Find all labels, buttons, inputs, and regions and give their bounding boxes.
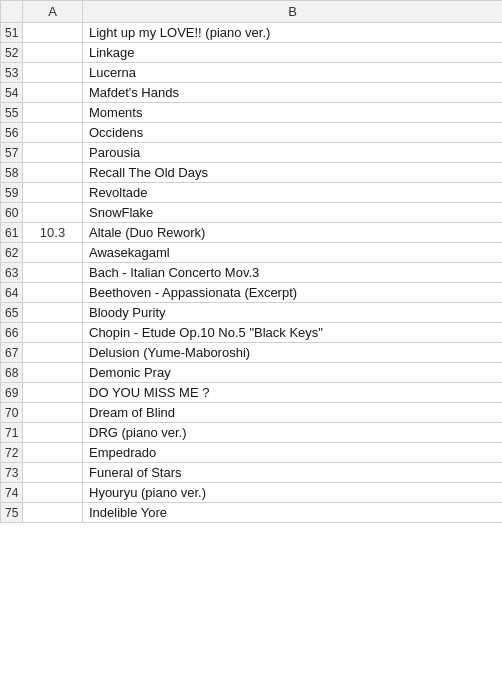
cell-b[interactable]: Bloody Purity bbox=[83, 303, 503, 323]
table-row[interactable]: 64Beethoven - Appassionata (Excerpt) bbox=[1, 283, 503, 303]
cell-b[interactable]: Awasekagaml bbox=[83, 243, 503, 263]
row-number: 63 bbox=[1, 263, 23, 283]
cell-a[interactable]: 10.3 bbox=[23, 223, 83, 243]
table-row[interactable]: 67Delusion (Yume-Maboroshi) bbox=[1, 343, 503, 363]
cell-b[interactable]: Dream of Blind bbox=[83, 403, 503, 423]
cell-b[interactable]: Delusion (Yume-Maboroshi) bbox=[83, 343, 503, 363]
cell-a[interactable] bbox=[23, 263, 83, 283]
corner-header bbox=[1, 1, 23, 23]
cell-a[interactable] bbox=[23, 403, 83, 423]
cell-a[interactable] bbox=[23, 103, 83, 123]
table-row[interactable]: 72Empedrado bbox=[1, 443, 503, 463]
table-row[interactable]: 68Demonic Pray bbox=[1, 363, 503, 383]
cell-b[interactable]: Demonic Pray bbox=[83, 363, 503, 383]
row-number: 72 bbox=[1, 443, 23, 463]
cell-b[interactable]: Empedrado bbox=[83, 443, 503, 463]
cell-a[interactable] bbox=[23, 503, 83, 523]
cell-a[interactable] bbox=[23, 123, 83, 143]
cell-b[interactable]: Funeral of Stars bbox=[83, 463, 503, 483]
cell-a[interactable] bbox=[23, 23, 83, 43]
table-row[interactable]: 51Light up my LOVE!! (piano ver.) bbox=[1, 23, 503, 43]
cell-b[interactable]: Lucerna bbox=[83, 63, 503, 83]
table-row[interactable]: 6110.3Altale (Duo Rework) bbox=[1, 223, 503, 243]
cell-a[interactable] bbox=[23, 163, 83, 183]
row-number: 69 bbox=[1, 383, 23, 403]
table-row[interactable]: 60SnowFlake bbox=[1, 203, 503, 223]
cell-a[interactable] bbox=[23, 243, 83, 263]
table-row[interactable]: 56Occidens bbox=[1, 123, 503, 143]
table-row[interactable]: 71DRG (piano ver.) bbox=[1, 423, 503, 443]
table-row[interactable]: 74Hyouryu (piano ver.) bbox=[1, 483, 503, 503]
table-row[interactable]: 57Parousia bbox=[1, 143, 503, 163]
cell-a[interactable] bbox=[23, 303, 83, 323]
cell-a[interactable] bbox=[23, 323, 83, 343]
row-number: 74 bbox=[1, 483, 23, 503]
cell-a[interactable] bbox=[23, 483, 83, 503]
cell-a[interactable] bbox=[23, 443, 83, 463]
table-row[interactable]: 62Awasekagaml bbox=[1, 243, 503, 263]
row-number: 70 bbox=[1, 403, 23, 423]
table-row[interactable]: 58Recall The Old Days bbox=[1, 163, 503, 183]
cell-a[interactable] bbox=[23, 283, 83, 303]
row-number: 61 bbox=[1, 223, 23, 243]
row-number: 53 bbox=[1, 63, 23, 83]
table-row[interactable]: 69DO YOU MISS ME ? bbox=[1, 383, 503, 403]
row-number: 55 bbox=[1, 103, 23, 123]
cell-b[interactable]: Indelible Yore bbox=[83, 503, 503, 523]
table-row[interactable]: 59Revoltade bbox=[1, 183, 503, 203]
cell-b[interactable]: Occidens bbox=[83, 123, 503, 143]
cell-b[interactable]: Chopin - Etude Op.10 No.5 "Black Keys" bbox=[83, 323, 503, 343]
cell-a[interactable] bbox=[23, 143, 83, 163]
row-number: 66 bbox=[1, 323, 23, 343]
row-number: 60 bbox=[1, 203, 23, 223]
cell-a[interactable] bbox=[23, 343, 83, 363]
cell-b[interactable]: DRG (piano ver.) bbox=[83, 423, 503, 443]
table-row[interactable]: 70Dream of Blind bbox=[1, 403, 503, 423]
cell-a[interactable] bbox=[23, 383, 83, 403]
cell-b[interactable]: Recall The Old Days bbox=[83, 163, 503, 183]
cell-a[interactable] bbox=[23, 83, 83, 103]
row-number: 57 bbox=[1, 143, 23, 163]
row-number: 64 bbox=[1, 283, 23, 303]
table-row[interactable]: 66Chopin - Etude Op.10 No.5 "Black Keys" bbox=[1, 323, 503, 343]
cell-a[interactable] bbox=[23, 463, 83, 483]
cell-a[interactable] bbox=[23, 43, 83, 63]
table-row[interactable]: 52Linkage bbox=[1, 43, 503, 63]
table-row[interactable]: 65Bloody Purity bbox=[1, 303, 503, 323]
cell-b[interactable]: DO YOU MISS ME ? bbox=[83, 383, 503, 403]
cell-a[interactable] bbox=[23, 363, 83, 383]
row-number: 52 bbox=[1, 43, 23, 63]
row-number: 67 bbox=[1, 343, 23, 363]
spreadsheet-table: A B 51Light up my LOVE!! (piano ver.)52L… bbox=[0, 0, 502, 523]
cell-b[interactable]: SnowFlake bbox=[83, 203, 503, 223]
row-number: 68 bbox=[1, 363, 23, 383]
table-row[interactable]: 75Indelible Yore bbox=[1, 503, 503, 523]
cell-a[interactable] bbox=[23, 63, 83, 83]
cell-b[interactable]: Moments bbox=[83, 103, 503, 123]
row-number: 54 bbox=[1, 83, 23, 103]
row-number: 73 bbox=[1, 463, 23, 483]
row-number: 59 bbox=[1, 183, 23, 203]
table-row[interactable]: 73Funeral of Stars bbox=[1, 463, 503, 483]
cell-b[interactable]: Altale (Duo Rework) bbox=[83, 223, 503, 243]
table-row[interactable]: 63Bach - Italian Concerto Mov.3 bbox=[1, 263, 503, 283]
table-row[interactable]: 53Lucerna bbox=[1, 63, 503, 83]
cell-a[interactable] bbox=[23, 183, 83, 203]
cell-b[interactable]: Linkage bbox=[83, 43, 503, 63]
cell-b[interactable]: Parousia bbox=[83, 143, 503, 163]
col-a-header[interactable]: A bbox=[23, 1, 83, 23]
cell-b[interactable]: Light up my LOVE!! (piano ver.) bbox=[83, 23, 503, 43]
cell-b[interactable]: Bach - Italian Concerto Mov.3 bbox=[83, 263, 503, 283]
cell-b[interactable]: Revoltade bbox=[83, 183, 503, 203]
cell-b[interactable]: Hyouryu (piano ver.) bbox=[83, 483, 503, 503]
cell-a[interactable] bbox=[23, 423, 83, 443]
table-row[interactable]: 55Moments bbox=[1, 103, 503, 123]
cell-a[interactable] bbox=[23, 203, 83, 223]
row-number: 58 bbox=[1, 163, 23, 183]
cell-b[interactable]: Beethoven - Appassionata (Excerpt) bbox=[83, 283, 503, 303]
col-b-header[interactable]: B bbox=[83, 1, 503, 23]
table-row[interactable]: 54Mafdet's Hands bbox=[1, 83, 503, 103]
row-number: 65 bbox=[1, 303, 23, 323]
cell-b[interactable]: Mafdet's Hands bbox=[83, 83, 503, 103]
row-number: 71 bbox=[1, 423, 23, 443]
